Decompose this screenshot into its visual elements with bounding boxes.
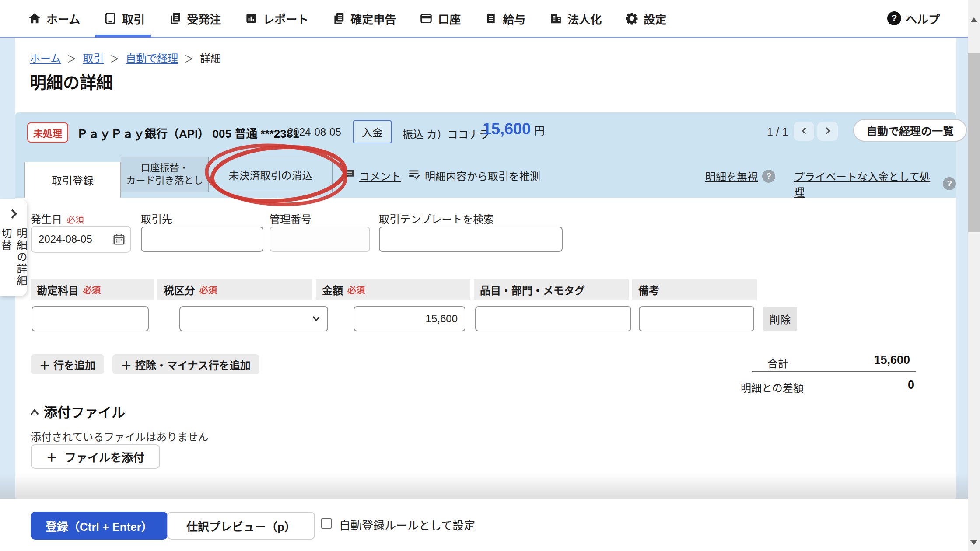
auto-accounting-list-button[interactable]: 自動で経理の一覧	[853, 119, 967, 142]
journal-preview-button[interactable]: 仕訳プレビュー（p）	[167, 512, 315, 540]
column-header-account: 勘定科目必須	[31, 279, 154, 300]
nav-item-reports[interactable]: レポート	[245, 0, 308, 37]
tab-unsettled-clearing[interactable]: 未決済取引の消込	[209, 157, 332, 192]
attachments-section-toggle[interactable]: 添付ファイル	[30, 401, 125, 421]
occurrence-date-input[interactable]	[31, 226, 131, 253]
currency-label: 円	[534, 122, 545, 137]
infer-label: 明細内容から取引を推測	[425, 168, 540, 183]
nav-item-deals[interactable]: 取引	[104, 0, 145, 37]
plus-icon: ＋	[39, 357, 50, 372]
total-divider	[752, 371, 916, 372]
pager-prev-button[interactable]	[794, 122, 814, 141]
note-input[interactable]	[639, 306, 754, 331]
register-button[interactable]: 登録（Ctrl + Enter）	[31, 512, 168, 540]
add-row-button[interactable]: ＋ 行を追加	[31, 354, 104, 374]
attach-file-label: ファイルを添付	[65, 449, 144, 465]
breadcrumb-home[interactable]: ホーム	[30, 50, 61, 65]
add-row-label: 行を追加	[53, 357, 95, 372]
scrollbar[interactable]	[968, 0, 980, 551]
breadcrumb-current: 詳細	[200, 50, 221, 65]
settings-gear-icon	[625, 12, 638, 25]
breadcrumb-deals[interactable]: 取引	[83, 50, 104, 65]
comment-label: コメント	[359, 168, 401, 183]
tab-label-line2: カード引き落とし	[126, 174, 203, 187]
status-badge: 未処理	[27, 122, 68, 143]
required-badge: 必須	[83, 283, 101, 296]
management-number-label: 管理番号	[270, 211, 312, 226]
nav-item-home[interactable]: ホーム	[28, 0, 80, 37]
nav-item-settings[interactable]: 設定	[625, 0, 666, 37]
difference-value: 0	[842, 378, 914, 392]
breadcrumb-auto-accounting[interactable]: 自動で経理	[126, 50, 178, 65]
scrollbar-thumb[interactable]	[968, 53, 980, 232]
breadcrumb-separator: ＞	[184, 51, 194, 65]
entry-description: 振込 カ）ココナラ	[402, 126, 490, 141]
template-search-label: 取引テンプレートを検索	[379, 211, 494, 226]
chevron-right-icon	[824, 126, 832, 136]
main-area: ホーム ＞ 取引 ＞ 自動で経理 ＞ 詳細 明細の詳細 未処理 ＰａｙＰａｙ銀行…	[0, 38, 968, 499]
attach-file-button[interactable]: ＋ ファイルを添付	[31, 444, 160, 469]
ignore-entry-link[interactable]: 明細を無視 ?	[705, 168, 775, 184]
auto-rule-checkbox[interactable]	[321, 518, 332, 529]
plus-icon: ＋	[46, 449, 57, 464]
pager-count: 1 / 1	[767, 126, 788, 138]
nav-item-incorporation[interactable]: 法人化	[549, 0, 602, 37]
auto-rule-label: 自動登録ルールとして設定	[339, 516, 475, 533]
delete-row-button[interactable]: 削除	[763, 307, 797, 331]
required-badge: 必須	[200, 283, 217, 296]
detail-switch-panel[interactable]: 明細の詳細切替	[0, 199, 27, 296]
tab-transfer-card-debit[interactable]: 口座振替・ カード引き落とし	[121, 157, 209, 192]
management-number-input[interactable]	[270, 227, 370, 252]
app-header: ホーム 取引 受発注 レポート	[0, 0, 968, 38]
required-badge: 必須	[347, 283, 365, 296]
tab-deal-register[interactable]: 取引登録	[24, 162, 121, 198]
tab-label-line1: 口座振替・	[140, 162, 189, 174]
chevron-right-icon	[9, 209, 18, 221]
account-item-input[interactable]	[32, 306, 149, 331]
scroll-up-arrow-icon[interactable]	[970, 17, 977, 22]
private-deposit-link[interactable]: プライベートな入金として処理 ?	[794, 168, 956, 199]
breadcrumb: ホーム ＞ 取引 ＞ 自動で経理 ＞ 詳細	[30, 50, 221, 65]
nav-item-payroll[interactable]: 給与	[484, 0, 525, 37]
nav-item-tax-return[interactable]: 確定申告	[332, 0, 396, 37]
account-name: ＰａｙＰａｙ銀行（API） 005 普通 ***2381	[77, 125, 299, 141]
scroll-down-arrow-icon[interactable]	[970, 540, 977, 545]
partner-input[interactable]	[141, 227, 263, 252]
entry-date: 2024-08-05	[287, 126, 341, 138]
infer-deal-link[interactable]: 明細内容から取引を推測	[408, 168, 540, 183]
chevron-down-icon	[312, 315, 321, 324]
comment-link[interactable]: コメント	[343, 168, 401, 183]
question-icon[interactable]: ?	[762, 170, 775, 183]
detail-switch-label: 明細の詳細切替	[0, 228, 29, 296]
detail-panel: 未処理 ＰａｙＰａｙ銀行（API） 005 普通 ***2381 2024-08…	[15, 112, 956, 198]
question-icon[interactable]: ?	[943, 177, 956, 190]
help-button[interactable]: ? ヘルプ	[887, 10, 940, 27]
attachments-title: 添付ファイル	[44, 401, 125, 421]
template-search-input[interactable]	[379, 227, 563, 252]
add-minus-row-button[interactable]: ＋ 控除・マイナス行を追加	[112, 354, 259, 374]
nav-label: 取引	[122, 10, 145, 27]
total-value: 15,600	[842, 353, 910, 367]
nav-label: 給与	[503, 10, 525, 27]
column-header-note: 備考	[632, 279, 757, 300]
tax-class-select[interactable]	[179, 306, 328, 331]
item-dept-tag-input[interactable]	[475, 306, 631, 331]
total-label: 合計	[767, 355, 788, 370]
tax-return-icon	[332, 12, 345, 25]
nav-item-accounts[interactable]: 口座	[420, 0, 461, 37]
orders-icon	[168, 12, 182, 25]
attachments-empty-text: 添付されているファイルはありません	[31, 429, 209, 444]
pager-next-button[interactable]	[817, 122, 838, 141]
nav-label: 設定	[644, 10, 666, 27]
nav-label: 受発注	[187, 10, 221, 27]
home-icon	[28, 12, 41, 25]
nav-item-orders[interactable]: 受発注	[168, 0, 221, 37]
amount-input[interactable]	[354, 306, 466, 331]
help-icon: ?	[887, 11, 901, 25]
entry-amount: 15,600 円	[483, 120, 545, 138]
breadcrumb-separator: ＞	[67, 51, 77, 65]
column-header-tax-class: 税区分必須	[158, 279, 312, 300]
accounts-icon	[420, 12, 433, 25]
reports-icon	[245, 12, 258, 25]
main-nav: ホーム 取引 受発注 レポート	[28, 0, 666, 37]
